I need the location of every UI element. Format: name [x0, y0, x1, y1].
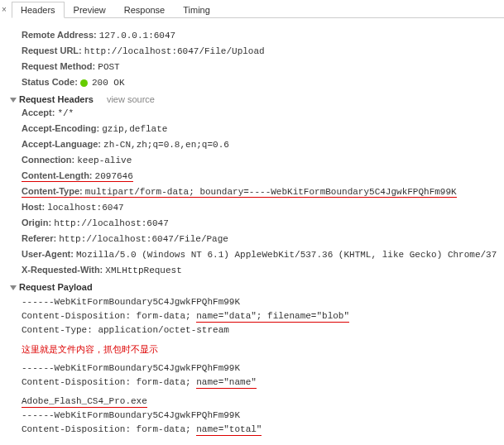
connection-value: keep-alive	[77, 156, 132, 165]
panel-content: Remote Address: 127.0.0.1:6047 Request U…	[0, 18, 504, 445]
remote-address-value: 127.0.0.1:6047	[99, 31, 175, 41]
payload-content-disposition: Content-Disposition: form-data; name="na…	[22, 376, 487, 390]
payload-total-value: 77	[22, 442, 487, 445]
section-title: Request Headers	[19, 94, 94, 104]
payload-content-type: Content-Type: application/octet-stream	[22, 323, 487, 337]
connection-label: Connection:	[22, 155, 74, 165]
referer-label: Referer:	[22, 233, 56, 243]
section-title: Request Payload	[19, 282, 93, 292]
origin-value: http://localhost:6047	[54, 218, 169, 228]
host-label: Host:	[22, 202, 45, 212]
tab-headers[interactable]: Headers	[12, 2, 65, 18]
referer-value: http://localhost:6047/File/Page	[59, 234, 228, 244]
status-code-label: Status Code:	[22, 77, 78, 87]
accept-language-label: Accept-Language:	[22, 139, 101, 149]
status-code-value: 200 OK	[92, 78, 125, 88]
payload-body: ------WebKitFormBoundary5C4JgwkFPQhFm99K…	[22, 295, 487, 445]
request-method-label: Request Method:	[22, 61, 95, 71]
payload-boundary: ------WebKitFormBoundary5C4JgwkFPQhFm99K	[22, 295, 487, 309]
payload-annotation: 这里就是文件内容，抓包时不显示	[22, 342, 487, 356]
x-requested-with-label: X-Requested-With:	[22, 265, 103, 275]
remote-address-label: Remote Address:	[22, 30, 97, 40]
host-value: localhost:6047	[47, 203, 123, 213]
content-type-value: multipart/form-data; boundary=----WebKit…	[85, 187, 457, 197]
chevron-down-icon	[10, 285, 17, 290]
accept-encoding-value: gzip,deflate	[102, 124, 167, 134]
tab-timing[interactable]: Timing	[174, 2, 219, 18]
content-type-label: Content-Type:	[22, 186, 83, 196]
accept-value: */*	[57, 108, 74, 118]
request-method-value: POST	[98, 62, 119, 72]
user-agent-value: Mozilla/5.0 (Windows NT 6.1) AppleWebKit…	[76, 250, 497, 260]
chevron-down-icon	[10, 98, 17, 103]
tab-preview[interactable]: Preview	[65, 2, 115, 18]
accept-label: Accept:	[22, 108, 55, 117]
x-requested-with-value: XMLHttpRequest	[105, 266, 181, 275]
content-length-value: 2097646	[95, 171, 133, 181]
tabs-bar: Headers Preview Response Timing	[12, 2, 504, 18]
origin-label: Origin:	[22, 218, 51, 227]
user-agent-label: User-Agent:	[22, 249, 74, 259]
payload-name-value: Adobe_Flash_CS4_Pro.exe	[22, 395, 487, 409]
section-request-headers[interactable]: Request Headersview source	[10, 94, 487, 104]
close-icon[interactable]: ×	[2, 5, 10, 13]
accept-encoding-label: Accept-Encoding:	[22, 123, 99, 133]
status-dot-icon	[80, 79, 88, 87]
payload-content-disposition: Content-Disposition: form-data; name="to…	[22, 423, 487, 437]
section-request-payload[interactable]: Request Payload	[10, 282, 487, 292]
tab-response[interactable]: Response	[115, 2, 175, 18]
accept-language-value: zh-CN,zh;q=0.8,en;q=0.6	[103, 140, 229, 150]
payload-boundary: ------WebKitFormBoundary5C4JgwkFPQhFm99K	[22, 361, 487, 376]
payload-boundary: ------WebKitFormBoundary5C4JgwkFPQhFm99K	[22, 409, 487, 423]
request-url-label: Request URL:	[22, 45, 82, 55]
payload-content-disposition: Content-Disposition: form-data; name="da…	[22, 309, 487, 323]
request-url-value: http://localhost:6047/File/Upload	[84, 46, 265, 56]
content-length-label: Content-Length:	[22, 170, 93, 180]
view-source-link[interactable]: view source	[107, 94, 155, 104]
